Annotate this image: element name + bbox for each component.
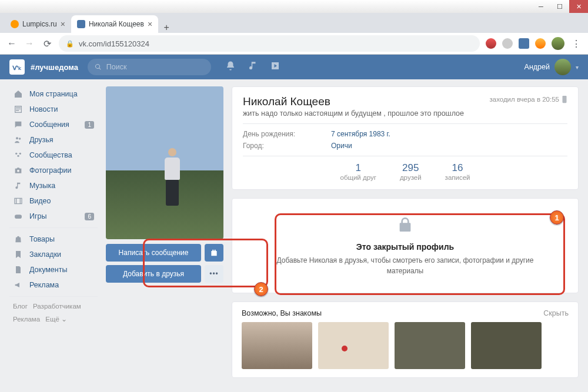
svg-rect-7	[563, 96, 567, 103]
forward-button[interactable]: →	[24, 38, 35, 49]
sidebar-item-bookmarks[interactable]: Закладки	[9, 247, 98, 262]
suggestion-card[interactable]	[318, 322, 389, 369]
gift-button[interactable]	[205, 244, 223, 262]
sidebar-item-photos[interactable]: Фотографии	[9, 163, 98, 178]
footer-more[interactable]: Ещё ⌄	[45, 316, 67, 323]
camera-icon	[13, 166, 24, 175]
suggestions-title: Возможно, Вы знакомы	[242, 309, 322, 317]
home-icon	[13, 89, 24, 99]
close-tab-icon[interactable]: ×	[148, 19, 152, 29]
video-play-icon[interactable]	[270, 61, 280, 73]
close-window-button[interactable]: ✕	[569, 0, 588, 13]
sidebar-item-label: Документы	[29, 266, 67, 274]
stat-friends[interactable]: 295друзей	[400, 162, 422, 181]
stat-mutual-friends[interactable]: 1общий друг	[340, 162, 376, 181]
footer-blog[interactable]: Блог	[13, 303, 28, 310]
address-bar-row: ← → ⟳ 🔒 vk.com/id155120324 ⋮	[0, 33, 588, 54]
footer-ads[interactable]: Реклама	[13, 316, 40, 323]
info-value[interactable]: 7 сентября 1983 г.	[331, 130, 390, 138]
browser-menu-button[interactable]: ⋮	[570, 38, 582, 49]
new-tab-button[interactable]: +	[158, 22, 175, 33]
extension-icon[interactable]	[502, 38, 513, 49]
content: Написать сообщение Добавить в друзья •••…	[106, 86, 579, 378]
sidebar-item-market[interactable]: Товары	[9, 232, 98, 247]
last-seen: заходил вчера в 20:55	[489, 95, 567, 103]
svg-point-5	[17, 170, 19, 172]
sidebar-item-my-page[interactable]: Моя страница	[9, 86, 98, 102]
tab-title: Николай Кощеев	[89, 20, 144, 28]
sidebar-item-label: Новости	[29, 105, 58, 113]
reload-button[interactable]: ⟳	[41, 38, 53, 49]
sidebar-item-news[interactable]: Новости	[9, 102, 98, 117]
tab-lumpics[interactable]: Lumpics.ru ×	[5, 15, 71, 33]
locked-profile-card: Это закрытый профиль Добавьте Николая в …	[232, 198, 579, 293]
extension-icon[interactable]	[519, 38, 529, 49]
music-icon	[13, 181, 24, 190]
write-message-button[interactable]: Написать сообщение	[106, 244, 201, 262]
suggestion-card[interactable]	[242, 322, 312, 369]
suggestions-hide[interactable]: Скрыть	[543, 309, 569, 317]
profile-photo[interactable]	[106, 86, 223, 239]
extension-icon[interactable]	[486, 38, 496, 49]
mobile-icon	[562, 95, 567, 103]
suggestions-card: Возможно, Вы знакомы Скрыть	[232, 301, 579, 378]
groups-icon	[13, 150, 24, 160]
badge: 1	[85, 121, 94, 129]
sidebar-item-label: Товары	[29, 235, 55, 243]
footer-links: Блог Разработчикам Реклама Ещё ⌄	[9, 300, 98, 326]
header-username: Андрей	[524, 63, 550, 71]
close-tab-icon[interactable]: ×	[61, 19, 65, 29]
sidebar-item-label: Моя страница	[29, 90, 78, 98]
suggestion-card[interactable]	[471, 322, 542, 369]
maximize-button[interactable]: ☐	[550, 0, 569, 13]
locked-title: Это закрытый профиль	[262, 242, 549, 252]
browser-profile-avatar[interactable]	[552, 37, 564, 50]
profile-info-card: Николай Кощеев жить надо только настоящи…	[232, 86, 579, 190]
vk-header: ⱱₖ #лучшедома Поиск Андрей ▾	[0, 55, 588, 79]
info-label: Город:	[243, 142, 331, 150]
address-bar[interactable]: 🔒 vk.com/id155120324	[59, 35, 480, 52]
sidebar-item-documents[interactable]: Документы	[9, 262, 98, 277]
profile-name: Николай Кощеев	[243, 95, 464, 108]
info-row-birthday: День рождения: 7 сентября 1983 г.	[243, 130, 567, 138]
sidebar-item-messages[interactable]: Сообщения1	[9, 117, 98, 132]
svg-point-2	[15, 153, 17, 155]
sidebar-item-friends[interactable]: Друзья	[9, 132, 98, 148]
header-hashtag[interactable]: #лучшедома	[31, 63, 78, 72]
suggestion-card[interactable]	[395, 322, 465, 369]
add-friend-button[interactable]: Добавить в друзья	[106, 265, 201, 283]
sidebar-item-ads[interactable]: Реклама	[9, 277, 98, 293]
back-button[interactable]: ←	[6, 38, 18, 49]
header-user[interactable]: Андрей ▾	[524, 59, 579, 75]
info-value[interactable]: Оричи	[331, 142, 352, 150]
more-actions-button[interactable]: •••	[205, 265, 223, 283]
stat-number: 16	[445, 162, 470, 174]
info-label: День рождения:	[243, 130, 331, 138]
favicon-icon	[77, 20, 85, 28]
vk-logo[interactable]: ⱱₖ	[9, 59, 25, 75]
avatar	[554, 59, 571, 75]
stat-number: 295	[400, 162, 422, 174]
search-input[interactable]: Поиск	[88, 59, 211, 75]
page: Моя страница Новости Сообщения1 Друзья С…	[0, 79, 588, 385]
sidebar-item-video[interactable]: Видео	[9, 193, 98, 209]
tab-vk-profile[interactable]: Николай Кощеев ×	[71, 15, 158, 33]
minimize-button[interactable]: ─	[532, 0, 550, 13]
document-icon	[13, 265, 24, 274]
notifications-icon[interactable]	[225, 61, 236, 73]
stat-label: друзей	[400, 174, 422, 181]
footer-dev[interactable]: Разработчикам	[33, 303, 81, 310]
browser-chrome: ─ ☐ ✕ Lumpics.ru × Николай Кощеев × + ← …	[0, 0, 588, 55]
music-icon[interactable]	[248, 61, 258, 73]
games-icon	[13, 212, 24, 221]
tab-title: Lumpics.ru	[22, 20, 57, 28]
sidebar-item-label: Игры	[29, 212, 46, 220]
svg-point-4	[17, 155, 19, 157]
sidebar-item-games[interactable]: Игры6	[9, 209, 98, 224]
ellipsis-icon: •••	[209, 270, 219, 278]
profile-stats: 1общий друг 295друзей 16записей	[243, 162, 567, 181]
extension-icon[interactable]	[535, 38, 546, 49]
sidebar-item-music[interactable]: Музыка	[9, 178, 98, 193]
stat-posts[interactable]: 16записей	[445, 162, 470, 181]
sidebar-item-communities[interactable]: Сообщества	[9, 148, 98, 163]
